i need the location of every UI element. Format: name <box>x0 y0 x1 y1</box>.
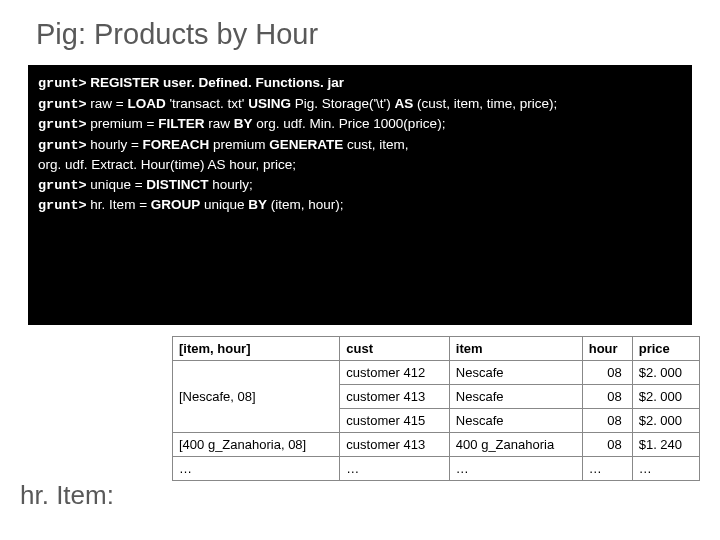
prompt: grunt> <box>38 97 87 112</box>
cell-price: $1. 240 <box>632 433 699 457</box>
cell-hour: 08 <box>582 433 632 457</box>
cell-price: $2. 000 <box>632 409 699 433</box>
prompt: grunt> <box>38 198 87 213</box>
cell-cust: customer 413 <box>340 385 450 409</box>
prompt: grunt> <box>38 138 87 153</box>
code-block: grunt> REGISTER user. Defined. Functions… <box>28 65 692 325</box>
cell-hour: 08 <box>582 409 632 433</box>
col-item: item <box>449 337 582 361</box>
cell-hour: 08 <box>582 361 632 385</box>
cell-key: [Nescafe, 08] <box>173 361 340 433</box>
cell-item: 400 g_Zanahoria <box>449 433 582 457</box>
table-row: [Nescafe, 08] customer 412 Nescafe 08 $2… <box>173 361 700 385</box>
cell-cust: customer 415 <box>340 409 450 433</box>
cell-item: … <box>449 457 582 481</box>
col-cust: cust <box>340 337 450 361</box>
cell-hour: 08 <box>582 385 632 409</box>
result-table: [item, hour] cust item hour price [Nesca… <box>172 336 700 481</box>
cell-key: … <box>173 457 340 481</box>
code-l3: premium = FILTER raw BY org. udf. Min. P… <box>87 116 446 131</box>
cell-item: Nescafe <box>449 409 582 433</box>
col-price: price <box>632 337 699 361</box>
cell-item: Nescafe <box>449 385 582 409</box>
cell-cust: customer 413 <box>340 433 450 457</box>
cell-price: $2. 000 <box>632 361 699 385</box>
table-row: … … … … … <box>173 457 700 481</box>
slide-title: Pig: Products by Hour <box>36 18 692 51</box>
cell-price: … <box>632 457 699 481</box>
code-l2: raw = LOAD 'transact. txt' USING Pig. St… <box>87 96 558 111</box>
cell-hour: … <box>582 457 632 481</box>
prompt: grunt> <box>38 178 87 193</box>
col-hour: hour <box>582 337 632 361</box>
code-l4: hourly = FOREACH premium GENERATE cust, … <box>87 137 409 152</box>
code-l1: REGISTER user. Defined. Functions. jar <box>87 75 344 90</box>
cell-cust: customer 412 <box>340 361 450 385</box>
cell-price: $2. 000 <box>632 385 699 409</box>
cell-key: [400 g_Zanahoria, 08] <box>173 433 340 457</box>
code-l7: hr. Item = GROUP unique BY (item, hour); <box>87 197 344 212</box>
prompt: grunt> <box>38 117 87 132</box>
prompt: grunt> <box>38 76 87 91</box>
code-l6: unique = DISTINCT hourly; <box>87 177 253 192</box>
table-row: [400 g_Zanahoria, 08] customer 413 400 g… <box>173 433 700 457</box>
table-header-row: [item, hour] cust item hour price <box>173 337 700 361</box>
col-itemhour: [item, hour] <box>173 337 340 361</box>
hritem-label: hr. Item: <box>20 480 114 511</box>
code-l5: org. udf. Extract. Hour(time) AS hour, p… <box>38 157 296 172</box>
cell-item: Nescafe <box>449 361 582 385</box>
cell-cust: … <box>340 457 450 481</box>
